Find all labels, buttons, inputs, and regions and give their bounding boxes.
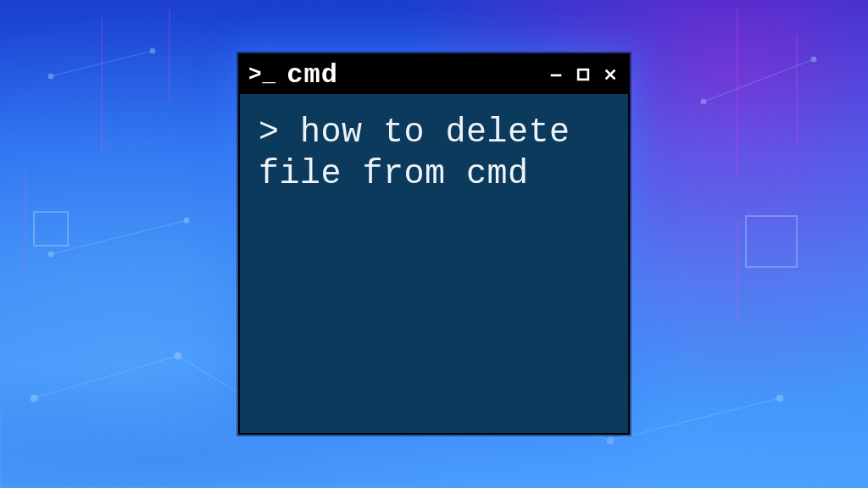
svg-rect-26 bbox=[746, 216, 797, 267]
svg-line-5 bbox=[51, 220, 186, 254]
svg-point-19 bbox=[811, 57, 816, 62]
svg-point-13 bbox=[776, 395, 783, 402]
prompt-symbol: > bbox=[259, 114, 280, 152]
svg-point-8 bbox=[31, 395, 37, 402]
command-text: how to delete file from cmd bbox=[259, 114, 591, 193]
terminal-body[interactable]: > how to delete file from cmd bbox=[240, 94, 628, 433]
svg-point-18 bbox=[701, 99, 706, 104]
svg-point-14 bbox=[48, 252, 53, 257]
svg-point-9 bbox=[175, 352, 181, 359]
minimize-button[interactable] bbox=[547, 65, 565, 84]
titlebar-left: >_ cmd bbox=[248, 59, 338, 91]
window-controls bbox=[547, 65, 620, 84]
svg-point-16 bbox=[48, 74, 53, 79]
app-title: cmd bbox=[287, 59, 338, 91]
svg-line-0 bbox=[34, 356, 178, 398]
svg-point-17 bbox=[150, 48, 155, 53]
close-button[interactable] bbox=[601, 65, 620, 84]
svg-line-7 bbox=[704, 59, 814, 102]
svg-line-6 bbox=[51, 51, 153, 76]
maximize-button[interactable] bbox=[574, 65, 593, 84]
svg-rect-27 bbox=[34, 212, 68, 246]
prompt-logo-icon: >_ bbox=[248, 62, 276, 87]
background: >_ cmd > how to bbox=[0, 0, 868, 488]
svg-rect-29 bbox=[578, 69, 588, 80]
terminal-window: >_ cmd > how to bbox=[238, 53, 630, 435]
window-glow: >_ cmd > how to bbox=[226, 42, 642, 446]
svg-point-15 bbox=[184, 218, 189, 223]
titlebar[interactable]: >_ cmd bbox=[240, 55, 628, 94]
